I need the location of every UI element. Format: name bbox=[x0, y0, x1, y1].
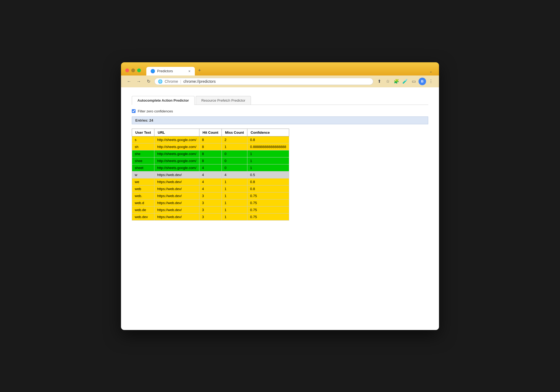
cell-4-2: 4 bbox=[199, 164, 222, 171]
bookmark-button[interactable]: ☆ bbox=[384, 78, 392, 85]
cell-2-2: 8 bbox=[199, 150, 222, 157]
table-row: wehttps://web.dev/410.8 bbox=[132, 178, 289, 185]
active-tab[interactable]: 🌐 Predictors × bbox=[146, 67, 195, 75]
cell-10-4: 0.75 bbox=[247, 206, 289, 213]
table-row: web.https://web.dev/310.75 bbox=[132, 192, 289, 199]
cell-6-4: 0.8 bbox=[247, 178, 289, 185]
table-row: webhttps://web.dev/410.8 bbox=[132, 185, 289, 192]
cell-11-4: 0.75 bbox=[247, 213, 289, 220]
cell-5-4: 0.5 bbox=[247, 171, 289, 178]
cell-10-1: https://web.dev/ bbox=[154, 206, 199, 213]
tab-close-button[interactable]: × bbox=[188, 69, 191, 73]
cell-4-1: http://sheets.google.com/ bbox=[154, 164, 199, 171]
entries-bar: Entries: 24 bbox=[132, 116, 428, 124]
close-button[interactable] bbox=[125, 68, 129, 72]
cell-8-3: 1 bbox=[222, 192, 247, 199]
cell-3-3: 0 bbox=[222, 157, 247, 164]
tab-resource-prefetch[interactable]: Resource Prefetch Predictor bbox=[196, 96, 251, 105]
cell-9-4: 0.75 bbox=[247, 199, 289, 206]
cell-1-0: sh bbox=[132, 143, 154, 150]
col-header-user-text: User Text bbox=[132, 129, 154, 136]
filter-row: Filter zero confidences bbox=[132, 109, 428, 113]
filter-checkbox[interactable] bbox=[132, 109, 136, 113]
filter-label: Filter zero confidences bbox=[138, 109, 173, 113]
predictors-table: User Text URL Hit Count Miss Count Confi… bbox=[132, 129, 289, 221]
table-row: web.devhttps://web.dev/310.75 bbox=[132, 213, 289, 220]
col-header-miss-count: Miss Count bbox=[222, 129, 247, 136]
cell-4-0: sheet bbox=[132, 164, 154, 171]
browser-window: 🌐 Predictors × + ⌄ ← → ↻ 🌐 Chrome | chro… bbox=[121, 62, 439, 330]
cell-0-3: 2 bbox=[222, 136, 247, 143]
cell-9-1: https://web.dev/ bbox=[154, 199, 199, 206]
cell-10-3: 1 bbox=[222, 206, 247, 213]
share-button[interactable]: ⬆ bbox=[375, 78, 383, 85]
table-row: web.dhttps://web.dev/310.75 bbox=[132, 199, 289, 206]
cell-4-3: 0 bbox=[222, 164, 247, 171]
cell-3-1: http://sheets.google.com/ bbox=[154, 157, 199, 164]
tab-autocomplete[interactable]: Autocomplete Action Predictor bbox=[132, 96, 195, 105]
cell-1-2: 8 bbox=[199, 143, 222, 150]
address-separator: | bbox=[180, 79, 181, 84]
cell-3-4: 1 bbox=[247, 157, 289, 164]
user-avatar[interactable]: B bbox=[419, 78, 426, 85]
extensions-button[interactable]: 🧩 bbox=[393, 78, 400, 85]
cell-6-0: we bbox=[132, 178, 154, 185]
address-bar[interactable]: 🌐 Chrome | chrome://predictors bbox=[154, 78, 373, 85]
cell-9-3: 1 bbox=[222, 199, 247, 206]
cell-4-4: 1 bbox=[247, 164, 289, 171]
back-button[interactable]: ← bbox=[125, 78, 133, 85]
tab-favicon: 🌐 bbox=[151, 69, 155, 73]
minimize-button[interactable] bbox=[131, 68, 135, 72]
menu-button[interactable]: ⋮ bbox=[427, 78, 435, 85]
cell-7-1: https://web.dev/ bbox=[154, 185, 199, 192]
cell-1-4: 0.88888888888888888 bbox=[247, 143, 289, 150]
cell-1-1: http://sheets.google.com/ bbox=[154, 143, 199, 150]
cell-1-3: 1 bbox=[222, 143, 247, 150]
cell-2-1: http://sheets.google.com/ bbox=[154, 150, 199, 157]
reload-button[interactable]: ↻ bbox=[145, 78, 152, 85]
forward-button[interactable]: → bbox=[135, 78, 143, 85]
cell-7-3: 1 bbox=[222, 185, 247, 192]
cell-11-0: web.dev bbox=[132, 213, 154, 220]
new-tab-button[interactable]: + bbox=[195, 66, 204, 75]
cell-11-3: 1 bbox=[222, 213, 247, 220]
address-icon: 🌐 bbox=[158, 79, 163, 84]
table-row: sheethttp://sheets.google.com/401 bbox=[132, 164, 289, 171]
cell-7-0: web bbox=[132, 185, 154, 192]
table-row: web.dehttps://web.dev/310.75 bbox=[132, 206, 289, 213]
cell-2-0: she bbox=[132, 150, 154, 157]
cell-3-0: shee bbox=[132, 157, 154, 164]
col-header-confidence: Confidence bbox=[247, 129, 289, 136]
cell-2-3: 0 bbox=[222, 150, 247, 157]
cell-6-1: https://web.dev/ bbox=[154, 178, 199, 185]
address-url: chrome://predictors bbox=[183, 79, 216, 84]
cell-9-2: 3 bbox=[199, 199, 222, 206]
cell-5-3: 4 bbox=[222, 171, 247, 178]
maximize-button[interactable] bbox=[137, 68, 141, 72]
cell-11-1: https://web.dev/ bbox=[154, 213, 199, 220]
sidebar-button[interactable]: ▭ bbox=[410, 78, 417, 85]
col-header-hit-count: Hit Count bbox=[199, 129, 222, 136]
cell-9-0: web.d bbox=[132, 199, 154, 206]
address-prefix: Chrome bbox=[165, 79, 178, 84]
cell-3-2: 8 bbox=[199, 157, 222, 164]
page-tabs-nav: Autocomplete Action Predictor Resource P… bbox=[132, 96, 428, 105]
cell-8-4: 0.75 bbox=[247, 192, 289, 199]
tab-menu-button[interactable]: ⌄ bbox=[427, 67, 435, 75]
tab-bar: 🌐 Predictors × + ⌄ bbox=[146, 66, 435, 75]
table-row: sheehttp://sheets.google.com/801 bbox=[132, 157, 289, 164]
cell-8-2: 3 bbox=[199, 192, 222, 199]
cell-6-3: 1 bbox=[222, 178, 247, 185]
col-header-url: URL bbox=[154, 129, 199, 136]
cell-6-2: 4 bbox=[199, 178, 222, 185]
cell-7-2: 4 bbox=[199, 185, 222, 192]
cell-2-4: 1 bbox=[247, 150, 289, 157]
cell-0-0: s bbox=[132, 136, 154, 143]
cell-0-4: 0.8 bbox=[247, 136, 289, 143]
page-content: Autocomplete Action Predictor Resource P… bbox=[121, 87, 439, 330]
beaker-button[interactable]: 🧪 bbox=[401, 78, 409, 85]
table-row: shttp://sheets.google.com/820.8 bbox=[132, 136, 289, 143]
cell-7-4: 0.8 bbox=[247, 185, 289, 192]
cell-0-2: 8 bbox=[199, 136, 222, 143]
traffic-lights bbox=[125, 68, 141, 72]
